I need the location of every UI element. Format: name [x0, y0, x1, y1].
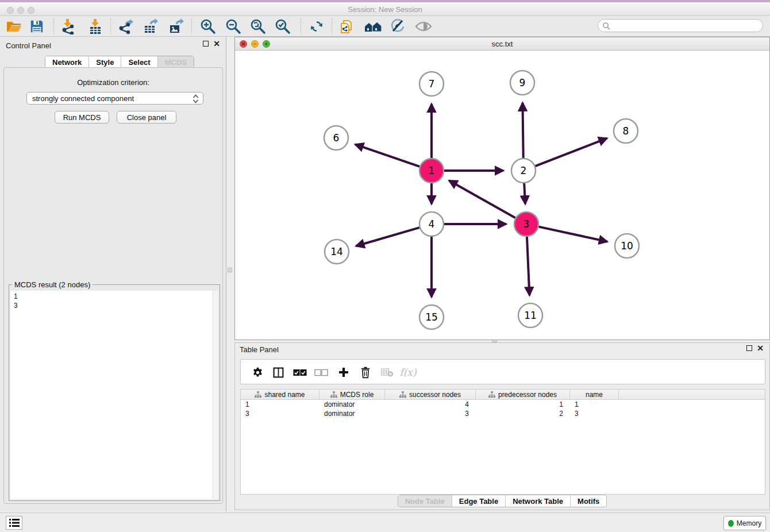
save-session-icon[interactable] [28, 18, 46, 35]
mcds-result-title: MCDS result (2 nodes) [12, 280, 93, 289]
graph-node-label-15: 15 [425, 311, 438, 323]
mcds-result-item: 3 [14, 301, 213, 310]
graph-node-label-1: 1 [429, 165, 435, 176]
deselect-all-icon[interactable] [313, 364, 330, 381]
show-columns-icon[interactable] [270, 364, 287, 381]
control-panel-tabs: Network Style Select MCDS [45, 56, 194, 68]
app-titlebar: Session: New Session [0, 0, 770, 16]
select-all-icon[interactable] [291, 364, 309, 381]
graph-edge-4-14[interactable] [356, 228, 419, 246]
tab-node-table[interactable]: Node Table [398, 495, 452, 507]
search-input[interactable] [613, 20, 757, 31]
graph-node-label-7: 7 [429, 78, 435, 90]
tab-style[interactable]: Style [89, 56, 121, 67]
task-history-button[interactable] [6, 516, 22, 530]
graph-edge-3-10[interactable] [538, 227, 607, 242]
column-header-predecessor-nodes[interactable]: predecessor nodes [476, 390, 570, 400]
search-box[interactable] [598, 19, 763, 32]
function-builder-icon[interactable]: f(x) [399, 364, 417, 381]
import-network-icon[interactable] [59, 18, 77, 35]
criterion-dropdown[interactable]: strongly connected component [26, 92, 203, 105]
cell-name: 1 [570, 400, 619, 409]
close-table-panel-icon[interactable]: ✕ [757, 345, 764, 351]
float-table-panel-icon[interactable] [746, 345, 752, 351]
table-row[interactable]: 1 dominator 4 1 1 [241, 400, 765, 409]
tab-network-table[interactable]: Network Table [506, 495, 571, 507]
column-header-shared-name[interactable]: shared name [241, 390, 319, 400]
graph-edge-1-6[interactable] [355, 144, 419, 166]
table-row[interactable]: 3 dominator 3 2 3 [241, 409, 765, 418]
mcds-result-list[interactable]: 1 3 [10, 291, 213, 499]
duplicate-network-icon[interactable] [338, 18, 356, 35]
graph-edge-3-11[interactable] [527, 237, 529, 295]
show-hide-icon[interactable] [414, 18, 433, 35]
column-header-name[interactable]: name [570, 390, 619, 400]
graph-node-label-4: 4 [429, 218, 435, 230]
graph-node-label-10: 10 [621, 240, 633, 252]
zoom-fit-icon[interactable] [249, 18, 267, 35]
network-graph[interactable]: 7968124314101511 [235, 51, 769, 340]
control-panel-window-buttons: ✕ [203, 41, 220, 47]
cell-mcds-role: dominator [319, 400, 385, 409]
clear-style-icon[interactable] [388, 18, 407, 35]
export-image-icon[interactable] [167, 18, 185, 35]
graph-edge-3-1[interactable] [449, 180, 515, 218]
memory-label: Memory [737, 519, 761, 527]
export-table-icon[interactable] [141, 18, 160, 35]
zoom-in-icon[interactable] [199, 18, 217, 35]
cell-predecessor-nodes: 1 [476, 400, 570, 409]
cell-shared-name: 1 [241, 400, 319, 409]
cell-mcds-role: dominator [319, 409, 385, 418]
tab-select[interactable]: Select [121, 56, 157, 67]
mcds-result-item: 1 [14, 292, 213, 301]
cell-shared-name: 3 [241, 409, 319, 418]
memory-status-icon [728, 520, 734, 527]
mcds-result-scrollbar[interactable] [213, 291, 218, 499]
zoom-selected-icon[interactable] [274, 18, 292, 35]
tab-edge-table[interactable]: Edge Table [452, 495, 506, 507]
column-tree-icon [255, 391, 261, 398]
add-column-icon[interactable] [335, 364, 352, 381]
column-header-mcds-role[interactable]: MCDS role [319, 390, 385, 400]
control-panel-title: Control Panel [6, 41, 51, 50]
graph-node-label-6: 6 [333, 132, 340, 144]
table-panel-title: Table Panel [240, 345, 279, 354]
delete-column-icon[interactable] [357, 364, 374, 381]
mcds-result-group: MCDS result (2 nodes) 1 3 [9, 284, 220, 501]
graph-edge-2-8[interactable] [536, 138, 607, 166]
column-header-successor-nodes[interactable]: successor nodes [385, 390, 476, 400]
table-panel-tabs: Node Table Edge Table Network Table Moti… [235, 495, 769, 507]
network-canvas[interactable]: 7968124314101511 [235, 51, 769, 340]
main-toolbar [0, 16, 770, 37]
vertical-splitter-grip[interactable] [228, 268, 232, 272]
node-table[interactable]: shared name MCDS role successor nodes pr… [240, 389, 765, 495]
table-settings-gear-icon[interactable] [249, 364, 266, 381]
column-tree-icon [399, 391, 406, 398]
optimization-criterion-label: Optimization criterion: [4, 78, 222, 87]
run-mcds-button[interactable]: Run MCDS [55, 111, 109, 124]
close-panel-button[interactable]: Close panel [117, 111, 176, 124]
tab-mcds[interactable]: MCDS [158, 56, 194, 67]
control-panel: Control Panel ✕ Network Style Select MCD… [0, 37, 226, 511]
zoom-out-icon[interactable] [224, 18, 242, 35]
home-layout-icon[interactable] [364, 18, 382, 35]
import-table-icon[interactable] [86, 18, 105, 35]
float-panel-icon[interactable] [203, 41, 209, 47]
table-header-row: shared name MCDS role successor nodes pr… [241, 390, 765, 400]
graph-edge-2-9[interactable] [522, 103, 523, 158]
memory-button[interactable]: Memory [723, 516, 766, 530]
export-network-icon[interactable] [117, 18, 135, 35]
network-window-titlebar[interactable]: ✕ – + scc.txt [235, 37, 769, 51]
graph-node-label-14: 14 [330, 246, 343, 257]
tab-network[interactable]: Network [45, 56, 89, 67]
refresh-view-icon[interactable] [307, 18, 326, 35]
tab-motifs[interactable]: Motifs [571, 495, 606, 507]
close-panel-icon[interactable]: ✕ [213, 41, 220, 47]
delete-table-icon[interactable] [379, 364, 396, 381]
open-session-icon[interactable] [5, 18, 23, 35]
table-toolbar: f(x) [240, 359, 765, 384]
graph-node-label-2: 2 [521, 165, 527, 176]
network-view-window: ✕ – + scc.txt 7968124314101511 [234, 37, 770, 340]
cell-predecessor-nodes: 2 [476, 409, 570, 418]
graph-edge-2-3[interactable] [524, 183, 525, 204]
